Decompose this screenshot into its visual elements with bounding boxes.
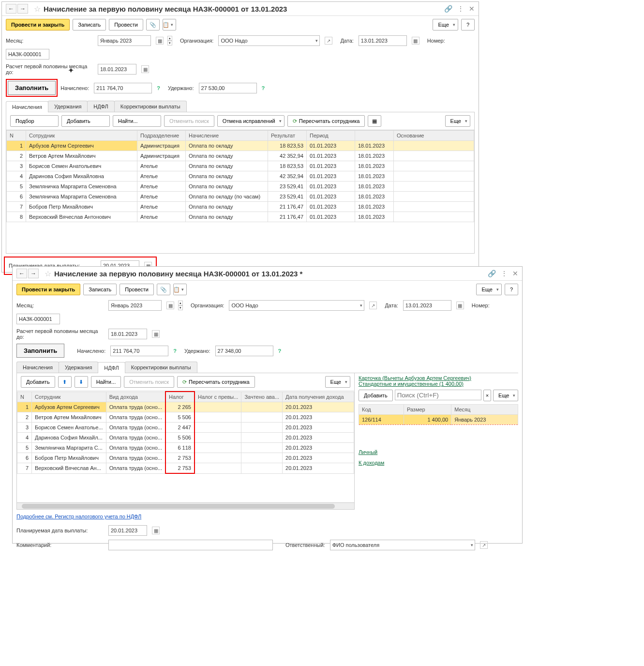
col-n[interactable]: N: [7, 131, 26, 141]
help-icon[interactable]: ?: [278, 348, 282, 354]
month-input[interactable]: Январь 2023: [108, 300, 162, 311]
more-button[interactable]: Еще: [476, 284, 501, 295]
clear-icon[interactable]: ×: [483, 390, 491, 401]
table-row[interactable]: 1Арбузов Артем СергеевичОплата труда (ос…: [17, 402, 354, 412]
tab-withholdings[interactable]: Удержания: [48, 101, 88, 112]
col-type[interactable]: Вид дохода: [106, 392, 165, 402]
table-row[interactable]: 3Борисов Семен Анатолье...Оплата труда (…: [17, 423, 354, 433]
more-button[interactable]: Еще: [445, 115, 470, 127]
month-down[interactable]: ▾: [167, 41, 172, 45]
resp-open-icon[interactable]: ↗: [480, 541, 488, 549]
attach-icon[interactable]: 📎: [146, 19, 160, 30]
help-icon[interactable]: ?: [157, 85, 160, 91]
personal-link[interactable]: Личный: [359, 449, 377, 455]
col-emp[interactable]: Сотрудник: [26, 131, 137, 141]
table-row[interactable]: 6Бобров Петр МихайловичОплата труда (осн…: [17, 453, 354, 463]
more-button[interactable]: Еще: [325, 376, 350, 388]
calendar-icon[interactable]: ▦: [166, 302, 174, 309]
resp-input[interactable]: ФИО пользователя: [330, 540, 475, 550]
tab-ndfl[interactable]: НДФЛ: [98, 362, 125, 373]
fill-button[interactable]: Заполнить: [8, 81, 56, 95]
fill-button[interactable]: Заполнить: [16, 344, 64, 358]
withheld-input[interactable]: 27 348,00: [215, 346, 273, 356]
org-input[interactable]: ООО Надо: [229, 300, 364, 311]
cancel-fix-button[interactable]: Отмена исправлений: [217, 115, 285, 127]
table-row[interactable]: 3Борисов Семен АнатольевичАтельеОплата п…: [7, 161, 474, 171]
month-input[interactable]: Январь 2023: [98, 35, 151, 46]
side-row[interactable]: 126/114 1 400,00 Январь 2023: [359, 415, 518, 425]
col-date[interactable]: Дата получения дохода: [283, 392, 354, 402]
table-row[interactable]: 2Ветров Артем МихайловичОплата труда (ос…: [17, 412, 354, 423]
org-open-icon[interactable]: ↗: [369, 302, 377, 309]
down-icon[interactable]: ⬇: [75, 376, 88, 388]
add-button[interactable]: Добавить: [61, 115, 110, 127]
find-button[interactable]: Найти...: [113, 115, 161, 127]
table-row[interactable]: 2Ветров Артем МихайловичАдминистрацияОпл…: [7, 151, 474, 161]
recalc-button[interactable]: ⟳Пересчитать сотрудника: [177, 376, 255, 388]
num-input[interactable]: НАЗК-000001: [16, 314, 60, 324]
col-tax[interactable]: Налог: [165, 392, 195, 402]
link-icon[interactable]: 🔗: [488, 270, 496, 277]
comment-input[interactable]: [108, 540, 273, 550]
side-col-size[interactable]: Размер: [404, 405, 451, 415]
paste-icon[interactable]: 📋: [163, 19, 176, 30]
register-link[interactable]: Подробнее см. Регистр налогового учета п…: [16, 514, 141, 519]
recalc-button[interactable]: ⟳Пересчитать сотрудника: [287, 115, 365, 127]
income-link[interactable]: К доходам: [359, 460, 384, 466]
table-row[interactable]: 6Земляничка Маргарита СеменовнаАтельеОпл…: [7, 192, 474, 202]
calendar-icon[interactable]: ▦: [156, 37, 164, 45]
accrued-input[interactable]: 211 764,70: [94, 83, 152, 93]
save-button[interactable]: Записать: [73, 19, 106, 30]
month-down[interactable]: ▾: [178, 305, 183, 310]
tab-accruals[interactable]: Начисления: [6, 101, 48, 112]
col-period[interactable]: Период: [307, 131, 355, 141]
col-base[interactable]: Основание: [394, 131, 474, 141]
tab-corrections[interactable]: Корректировки выплаты: [114, 101, 187, 112]
table-row[interactable]: 1Арбузов Артем СергеевичАдминистрацияОпл…: [7, 141, 474, 151]
nav-fwd[interactable]: →: [17, 4, 28, 14]
calendar-icon[interactable]: ▦: [152, 527, 160, 534]
nav-back[interactable]: ←: [6, 4, 16, 14]
col-period2[interactable]: [355, 131, 394, 141]
table-row[interactable]: 8Верховский Вячеслав АнтоновичАтельеОпла…: [7, 212, 474, 222]
add-button[interactable]: Добавить: [21, 376, 55, 388]
table-row[interactable]: 4Даринова София МихайловнаАтельеОплата п…: [7, 171, 474, 182]
kebab-icon[interactable]: ⋮: [501, 270, 508, 277]
col-accr[interactable]: Начисление: [186, 131, 268, 141]
help-icon[interactable]: ?: [173, 348, 177, 354]
tab-corrections[interactable]: Корректировки выплаты: [125, 362, 197, 373]
col-exc[interactable]: Налог с превы...: [195, 392, 241, 402]
col-emp[interactable]: Сотрудник: [32, 392, 106, 402]
side-search-input[interactable]: [395, 390, 481, 400]
card-icon[interactable]: ▦: [368, 115, 381, 127]
table-accruals[interactable]: N Сотрудник Подразделение Начисление Рез…: [6, 130, 475, 254]
more-button[interactable]: Еще: [433, 19, 458, 30]
plan-date-input[interactable]: 20.01.2023: [108, 525, 147, 536]
card-link[interactable]: Карточка (Вычеты Арбузов Артем Сергеевич…: [359, 375, 471, 381]
col-res[interactable]: Результат: [268, 131, 307, 141]
tab-ndfl[interactable]: НДФЛ: [87, 101, 114, 112]
month-up[interactable]: ▴: [178, 301, 183, 305]
help-button[interactable]: ?: [461, 19, 475, 30]
star-icon[interactable]: ☆: [45, 269, 51, 278]
col-adv[interactable]: Зачтено ава...: [241, 392, 283, 402]
date-input[interactable]: 13.01.2023: [403, 300, 451, 311]
link-icon[interactable]: 🔗: [444, 5, 452, 13]
table-row[interactable]: 5Земляничка Маргарита С...Оплата труда (…: [17, 443, 354, 453]
close-icon[interactable]: ✕: [512, 270, 518, 277]
post-close-button[interactable]: Провести и закрыть: [16, 284, 80, 295]
table-row[interactable]: 5Земляничка Маргарита СеменовнаАтельеОпл…: [7, 182, 474, 192]
month-up[interactable]: ▴: [167, 36, 172, 41]
kebab-icon[interactable]: ⋮: [457, 5, 464, 13]
col-dept[interactable]: Подразделение: [137, 131, 186, 141]
post-button[interactable]: Провести: [109, 19, 143, 30]
side-more-button[interactable]: Еще: [493, 390, 518, 401]
attach-icon[interactable]: 📎: [157, 284, 170, 295]
accrued-input[interactable]: 211 764,70: [110, 346, 168, 356]
tab-withholdings[interactable]: Удержания: [59, 362, 98, 373]
calendar-icon[interactable]: ▦: [412, 37, 419, 45]
table-row[interactable]: 4Даринова София Михайл...Оплата труда (о…: [17, 433, 354, 443]
up-icon[interactable]: ⬆: [58, 376, 72, 388]
std-link[interactable]: Стандартные и имущественные (1 400,00): [359, 381, 464, 387]
org-open-icon[interactable]: ↗: [325, 37, 332, 45]
